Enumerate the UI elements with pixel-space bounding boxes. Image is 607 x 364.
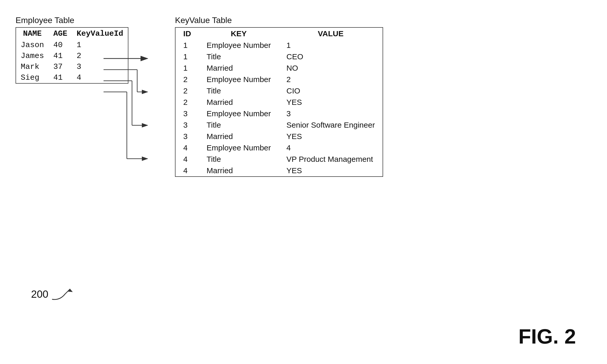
table-row: 1 Married NO xyxy=(175,62,383,74)
kv-value-8: Senior Software Engineer xyxy=(279,119,383,131)
table-row: 1 Title CEO xyxy=(175,51,383,62)
emp-age-2: 41 xyxy=(49,50,72,61)
emp-kvid-2: 2 xyxy=(72,50,128,61)
employee-table-section: Employee Table NAME AGE KeyValueId Jason… xyxy=(16,16,128,85)
kv-id-10: 4 xyxy=(175,142,199,154)
kv-value-11: VP Product Management xyxy=(279,154,383,165)
emp-name-3: Mark xyxy=(16,61,49,72)
keyvalue-table-section: KeyValue Table ID KEY VALUE 1 Employee N… xyxy=(175,16,383,178)
emp-age-3: 37 xyxy=(49,61,72,72)
kv-id-3: 1 xyxy=(175,62,199,74)
kv-key-2: Title xyxy=(199,51,279,62)
table-row: 3 Employee Number 3 xyxy=(175,108,383,119)
kv-key-11: Title xyxy=(199,154,279,165)
kv-id-6: 2 xyxy=(175,97,199,108)
table-row: Mark 37 3 xyxy=(16,61,128,72)
reference-numeral: 200 xyxy=(31,288,48,300)
kv-col-key: KEY xyxy=(199,28,279,40)
kv-key-4: Employee Number xyxy=(199,74,279,85)
kv-value-5: CIO xyxy=(279,85,383,97)
kv-value-9: YES xyxy=(279,131,383,142)
table-row: Jason 40 1 xyxy=(16,40,128,50)
figure-label: FIG. 2 xyxy=(518,325,576,348)
kv-id-12: 4 xyxy=(175,165,199,176)
kv-col-id: ID xyxy=(175,28,199,40)
kv-id-11: 4 xyxy=(175,154,199,165)
kv-value-12: YES xyxy=(279,165,383,176)
kv-value-3: NO xyxy=(279,62,383,74)
emp-name-4: Sieg xyxy=(16,72,49,83)
table-row: 3 Married YES xyxy=(175,131,383,142)
kv-key-9: Married xyxy=(199,131,279,142)
kv-key-8: Title xyxy=(199,119,279,131)
kv-key-1: Employee Number xyxy=(199,40,279,51)
kv-key-6: Married xyxy=(199,97,279,108)
table-row: 4 Employee Number 4 xyxy=(175,142,383,154)
kv-id-1: 1 xyxy=(175,40,199,51)
emp-col-name: NAME xyxy=(16,28,49,40)
employee-table-label: Employee Table xyxy=(16,16,128,25)
reference-numeral-container: 200 xyxy=(31,286,81,302)
table-row: 1 Employee Number 1 xyxy=(175,40,383,51)
table-row: Sieg 41 4 xyxy=(16,72,128,83)
kv-id-8: 3 xyxy=(175,119,199,131)
kv-id-9: 3 xyxy=(175,131,199,142)
emp-kvid-1: 1 xyxy=(72,40,128,50)
table-row: 2 Married YES xyxy=(175,97,383,108)
emp-name-1: Jason xyxy=(16,40,49,50)
kv-id-7: 3 xyxy=(175,108,199,119)
kv-value-6: YES xyxy=(279,97,383,108)
reference-arrow-icon xyxy=(49,286,81,302)
kv-key-7: Employee Number xyxy=(199,108,279,119)
kv-id-2: 1 xyxy=(175,51,199,62)
emp-col-age: AGE xyxy=(49,28,72,40)
kv-value-10: 4 xyxy=(279,142,383,154)
kv-col-value: VALUE xyxy=(279,28,383,40)
kv-value-4: 2 xyxy=(279,74,383,85)
table-row: 3 Title Senior Software Engineer xyxy=(175,119,383,131)
emp-age-1: 40 xyxy=(49,40,72,50)
emp-kvid-3: 3 xyxy=(72,61,128,72)
kv-id-5: 2 xyxy=(175,85,199,97)
kv-value-1: 1 xyxy=(279,40,383,51)
kv-key-5: Title xyxy=(199,85,279,97)
table-row: James 41 2 xyxy=(16,50,128,61)
kv-key-10: Employee Number xyxy=(199,142,279,154)
diagram-container: Employee Table NAME AGE KeyValueId Jason… xyxy=(16,16,585,178)
employee-table: NAME AGE KeyValueId Jason 40 1 James xyxy=(16,27,128,84)
table-row: 2 Employee Number 2 xyxy=(175,74,383,85)
table-row: 4 Title VP Product Management xyxy=(175,154,383,165)
emp-age-4: 41 xyxy=(49,72,72,83)
kv-value-7: 3 xyxy=(279,108,383,119)
kv-id-4: 2 xyxy=(175,74,199,85)
table-row: 2 Title CIO xyxy=(175,85,383,97)
emp-name-2: James xyxy=(16,50,49,61)
keyvalue-table: ID KEY VALUE 1 Employee Number 1 1 xyxy=(175,27,383,177)
kv-value-2: CEO xyxy=(279,51,383,62)
kv-key-12: Married xyxy=(199,165,279,176)
emp-col-kvid: KeyValueId xyxy=(72,28,128,40)
keyvalue-table-label: KeyValue Table xyxy=(175,16,383,25)
tables-row: Employee Table NAME AGE KeyValueId Jason… xyxy=(16,16,585,178)
kv-key-3: Married xyxy=(199,62,279,74)
emp-kvid-4: 4 xyxy=(72,72,128,83)
table-row: 4 Married YES xyxy=(175,165,383,176)
